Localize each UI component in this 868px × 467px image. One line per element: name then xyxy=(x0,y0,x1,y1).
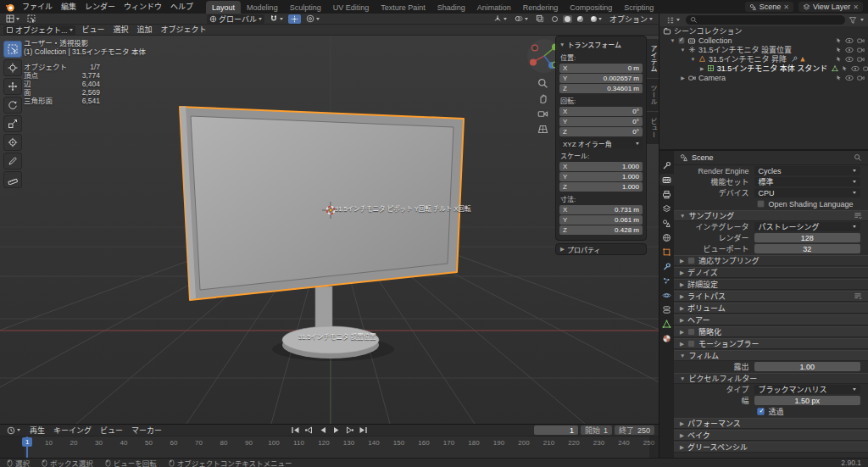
workspace-tab[interactable]: Rendering xyxy=(517,1,565,14)
expand-arrow-icon[interactable]: ▶ xyxy=(700,65,704,71)
visibility-eye-toggle[interactable] xyxy=(845,75,854,81)
view-layer-selector[interactable]: View Layer ✕ xyxy=(798,2,863,12)
timeline-editor-type-button[interactable] xyxy=(4,425,23,435)
section-bake[interactable]: ▶ ベイク xyxy=(674,430,868,441)
feature-set-dropdown[interactable]: 標準 xyxy=(754,177,860,186)
workspace-tab[interactable]: Animation xyxy=(471,1,517,14)
exposure-field[interactable]: 1.00 xyxy=(754,362,860,371)
scale-field[interactable]: Z1.000 xyxy=(559,182,643,192)
outliner-row-body-stand[interactable]: ▶ 31.5インチモニタ 本体 スタンド xyxy=(659,64,868,73)
tool-rotate[interactable] xyxy=(3,97,22,114)
properties-collapsed-panel[interactable]: ▶ プロパティ xyxy=(555,243,647,255)
adaptive-sampling-checkbox[interactable] xyxy=(687,257,695,264)
perspective-toggle-button[interactable] xyxy=(537,124,548,135)
simplify-checkbox[interactable] xyxy=(687,328,695,336)
workspace-tab[interactable]: Scripting xyxy=(618,1,659,14)
dimension-field[interactable]: Y0.061 m xyxy=(559,215,643,225)
visibility-eye-toggle[interactable] xyxy=(851,65,860,72)
viewport-3d[interactable]: グローバル xyxy=(0,14,659,424)
section-volumes[interactable]: ▶ ボリューム xyxy=(674,303,868,314)
pan-button[interactable] xyxy=(537,93,548,104)
workspace-tab[interactable]: Texture Paint xyxy=(375,1,431,14)
expand-arrow-icon[interactable]: ▼ xyxy=(670,38,676,43)
presets-icon[interactable] xyxy=(854,292,862,300)
tab-modifiers[interactable] xyxy=(659,260,674,272)
render-camera-toggle[interactable] xyxy=(857,75,865,81)
rotation-mode-dropdown[interactable]: XYZ オイラー角 xyxy=(559,138,643,148)
topbar-menu-item[interactable]: レンダー xyxy=(81,0,120,14)
selectable-toggle[interactable] xyxy=(835,75,842,81)
topbar-menu-item[interactable]: ファイル xyxy=(18,0,57,14)
modifier-wrench-icon[interactable] xyxy=(791,56,798,63)
selectable-toggle[interactable] xyxy=(835,47,842,53)
tab-physics[interactable] xyxy=(659,289,674,301)
jump-to-end-button[interactable] xyxy=(358,425,369,435)
zoom-button[interactable] xyxy=(537,78,548,89)
filter-type-dropdown[interactable]: ブラックマンハリス xyxy=(754,385,860,394)
start-frame-field[interactable]: 開始 1 xyxy=(581,425,612,435)
render-camera-toggle[interactable] xyxy=(857,47,865,53)
expand-arrow-icon[interactable]: ▶ xyxy=(680,75,686,81)
workspace-tab[interactable]: Sculpting xyxy=(284,1,327,14)
tool-transform[interactable] xyxy=(3,134,22,151)
tool-cursor[interactable] xyxy=(3,59,22,76)
timeline-track[interactable]: 0102030405060708090100110120130140150160… xyxy=(0,436,659,458)
render-camera-toggle[interactable] xyxy=(857,56,865,63)
render-camera-toggle[interactable] xyxy=(863,65,868,72)
timeline-menu-item[interactable]: 再生 xyxy=(25,424,49,437)
scale-field[interactable]: X1.000 xyxy=(559,162,643,171)
topbar-menu-item[interactable]: 編集 xyxy=(57,0,81,14)
device-dropdown[interactable]: CPU xyxy=(754,188,860,197)
shading-wireframe-button[interactable] xyxy=(549,14,560,24)
prev-keyframe-button[interactable] xyxy=(303,425,314,435)
section-light-paths[interactable]: ▶ ライトパス xyxy=(674,291,868,302)
selectable-toggle[interactable] xyxy=(841,65,848,72)
filter-button[interactable] xyxy=(849,16,857,25)
tab-view-layer[interactable] xyxy=(659,203,674,214)
tab-tool[interactable] xyxy=(659,159,674,171)
mode-dropdown[interactable]: オブジェクト... xyxy=(3,25,75,35)
dimension-field[interactable]: Z0.428 m xyxy=(559,225,643,235)
selectable-toggle[interactable] xyxy=(835,37,842,44)
section-sampling[interactable]: ▼ サンプリング xyxy=(674,210,868,221)
motion-blur-checkbox[interactable] xyxy=(687,340,695,347)
subsection-denoising[interactable]: ▶ デノイズ xyxy=(674,267,868,278)
samples-render-field[interactable]: 128 xyxy=(754,233,860,242)
tab-world[interactable] xyxy=(659,231,674,243)
view-layer-unlink-icon[interactable]: ✕ xyxy=(853,3,859,11)
tool-scale[interactable] xyxy=(3,115,22,132)
dimension-field[interactable]: X0.731 m xyxy=(559,205,643,214)
gizmos-dropdown[interactable] xyxy=(491,14,509,24)
rotation-field[interactable]: X0° xyxy=(559,107,643,116)
section-performance[interactable]: ▶ パフォーマンス xyxy=(674,418,868,429)
render-camera-toggle[interactable] xyxy=(857,37,865,44)
mesh-data-icon[interactable] xyxy=(832,65,838,72)
samples-viewport-field[interactable]: 32 xyxy=(754,244,860,253)
subsection-advanced[interactable]: ▶ 詳細設定 xyxy=(674,279,868,290)
section-hair[interactable]: ▶ ヘアー xyxy=(674,314,868,325)
tab-particles[interactable] xyxy=(659,275,674,286)
section-motion-blur[interactable]: ▶ モーションブラー xyxy=(674,338,868,349)
editor-type-button[interactable] xyxy=(3,14,22,24)
scale-field[interactable]: Y1.000 xyxy=(559,172,643,181)
expand-arrow-icon[interactable]: ▼ xyxy=(690,57,696,62)
transparent-checkbox[interactable] xyxy=(757,408,765,415)
camera-view-button[interactable] xyxy=(537,108,548,120)
timeline-menu-item[interactable]: ビュー xyxy=(96,424,127,437)
cone-data-icon[interactable] xyxy=(799,56,806,63)
topbar-menu-item[interactable]: ウィンドウ xyxy=(120,0,166,14)
properties-search-button[interactable] xyxy=(854,153,862,162)
shading-solid-button[interactable] xyxy=(563,15,572,23)
shading-material-button[interactable] xyxy=(575,14,586,24)
timeline-menu-item[interactable]: マーカー xyxy=(127,424,166,437)
xray-toggle-button[interactable] xyxy=(533,14,547,24)
expand-arrow-icon[interactable]: ▼ xyxy=(680,47,686,53)
outliner-search-input[interactable] xyxy=(686,15,845,25)
workspace-tab[interactable]: Modeling xyxy=(241,1,284,14)
visibility-eye-toggle[interactable] xyxy=(845,47,854,53)
tab-render[interactable] xyxy=(659,174,674,186)
section-simplify[interactable]: ▶ 簡略化 xyxy=(674,326,868,337)
scene-unlink-icon[interactable]: ✕ xyxy=(783,3,789,11)
outliner-editor-type-button[interactable] xyxy=(664,15,682,25)
monitor-stand-column[interactable] xyxy=(315,286,332,331)
